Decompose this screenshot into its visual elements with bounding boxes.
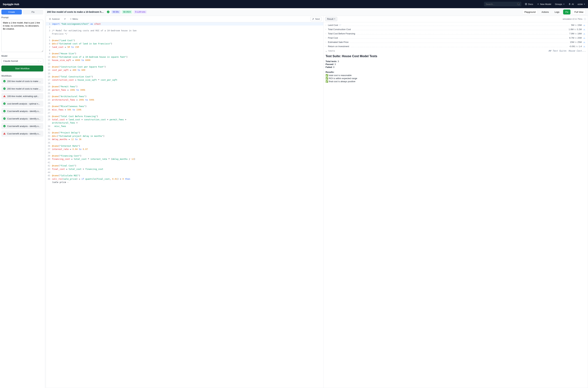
result-dropdown[interactable]: Result ▼ [325,17,337,21]
code-line[interactable]: 5@name("Land Cost") [46,39,323,42]
search-box[interactable] [484,2,521,6]
nav-new-model[interactable]: New Model [537,3,551,5]
nav-docs[interactable]: Docs [525,3,533,5]
code-content: @name("Architectural Fees") [52,95,88,98]
code-line[interactable]: 1import "hub:ozziegooen/sTest" as sTest [46,22,323,25]
code-line[interactable]: 38 [46,151,323,154]
code-line[interactable]: 19@name("Permit Fees") [46,85,323,88]
fix-button[interactable]: Fix [563,10,570,14]
code-line[interactable]: 31 [46,128,323,131]
code-line[interactable]: 6@doc("Estimated cost of land in San Fra… [46,42,323,45]
nav-user[interactable]: ozzie▼ [578,3,585,5]
code-line[interactable]: 39@name("Financing Cost") [46,154,323,157]
list-icon [64,18,66,20]
code-line[interactable]: 28@name("Total Cost Before Financing") [46,115,323,118]
code-line[interactable]: 33@doc("Estimated project delay in month… [46,134,323,138]
code-line[interactable]: 24 [46,101,323,105]
code-content: @name("Miscellaneous Fees") [52,105,88,108]
code-line[interactable]: 42@name("Final Cost") [46,164,323,167]
logs-button[interactable]: Logs [553,10,561,14]
result-value: 15Mto25M [570,41,582,43]
result-row[interactable]: ›Total Cost Before Financing7.9Mto18M [325,31,586,36]
code-line[interactable]: 7land_cost = 5M to 15M [46,46,323,49]
code-line[interactable]: 14cost_per_sqft = 400 to 600 [46,68,323,72]
code-line[interactable]: 20permit_fees = 100k to 300k [46,88,323,92]
code-content: land_cost = 5M to 15M [52,46,80,49]
result-row[interactable]: ›Final Cost8.7Mto20M [325,36,586,40]
check-icon: ✅ [325,74,328,76]
actions-button[interactable]: Actions [539,10,551,14]
playground-button[interactable]: Playground [522,10,538,14]
nav-groups[interactable]: Groups▼ [555,3,565,5]
fix-tab[interactable]: Fix [23,10,43,14]
code-line[interactable]: 3/* Model for estimating costs and ROI o… [46,29,323,32]
code-content: permit_fees = 100k to 300k [52,88,87,92]
code-line[interactable]: 37interest_rate = 0.04 to 0.07 [46,147,323,151]
workflow-item[interactable]: 200 line model of costs to make ... [1,86,43,92]
check-icon: ✅ [325,80,328,83]
code-editor[interactable]: 1import "hub:ozziegooen/sTest" as sTest2… [46,22,323,388]
code-line[interactable]: 27 [46,111,323,115]
code-line[interactable]: 21 [46,92,323,95]
autorun-button[interactable]: Autorun [48,17,61,21]
code-line[interactable]: 4 [46,36,323,39]
code-line[interactable]: 12 [46,62,323,65]
workflow-item[interactable]: 200 line model of costs to make ... [1,78,43,84]
format-button[interactable] [62,17,67,21]
start-workflow-button[interactable]: Start Workflow [1,66,43,72]
code-line[interactable]: 41 [46,161,323,164]
code-line[interactable]: 44 [46,171,323,174]
nav-ai[interactable]: AI [568,3,574,5]
brand[interactable]: Squiggle Hub [3,3,19,6]
code-line[interactable]: 13@name("Construction Cost per Square Fo… [46,65,323,68]
code-content: @doc("Estimated project delay in months"… [52,134,106,138]
next-button[interactable]: Next [310,17,322,21]
code-line[interactable]: Francisco */ [46,32,323,35]
workflow-item[interactable]: 100-line model, estimating opti... [1,93,43,99]
code-line[interactable]: 15 [46,72,323,75]
workflow-item[interactable]: cost-benefit analysis - optimal n... [1,100,43,107]
search-input[interactable] [486,3,517,5]
code-line[interactable]: 32@name("Project Delay") [46,131,323,134]
workflow-item[interactable]: Cost-benefit analysis - identify o... [1,123,43,129]
code-line[interactable]: 34delay_months = 12 to 36 [46,138,323,141]
code-line[interactable]: 2 [46,25,323,29]
tests-row[interactable]: ⌄ tests ## Test Suite: House Cost... [325,48,586,53]
code-line[interactable]: (sale price - [46,181,323,184]
code-line[interactable]: 22@name("Architectural Fees") [46,95,323,98]
code-line[interactable]: 9@name("House Size") [46,52,323,55]
code-line[interactable]: 26misc_fees = 50k to 150k [46,108,323,111]
create-tab[interactable]: Create [1,10,22,14]
result-row[interactable]: ›Land Cost5Mto15M [325,23,586,27]
line-number: 16 [46,75,52,78]
code-content [52,171,54,174]
code-line[interactable]: 23architectural_fees = 200k to 500k [46,98,323,101]
code-line[interactable]: architectural_fees + [46,121,323,124]
code-line[interactable]: 43final_cost = total_cost + financing_co… [46,168,323,171]
workflow-item[interactable]: Cost-benefit analysis - identify o... [1,108,43,114]
code-line[interactable]: 30 misc_fees [46,124,323,128]
workflow-item[interactable]: Cost-benefit analysis - identify o... [1,130,43,137]
code-line[interactable]: 18 [46,82,323,85]
code-line[interactable]: 25@name("Miscellaneous Fees") [46,105,323,108]
result-row[interactable]: ›Return on Investment-0.091to1.4 [325,44,586,48]
result-value: 1.8Mto3.2M [569,28,582,31]
code-line[interactable]: 8 [46,49,323,52]
code-line[interactable]: 35 [46,141,323,144]
result-row[interactable]: ›Estimated Sale Price15Mto25M [325,40,586,44]
code-line[interactable]: 16@name("Total Construction Cost") [46,75,323,78]
code-line[interactable]: 29total_cost = land_cost + construction_… [46,118,323,121]
code-line[interactable]: 10@doc("Estimated size of a 10-bedroom h… [46,55,323,59]
full-view-button[interactable]: Full View [572,10,586,14]
code-line[interactable]: 45@name("Calculate ROI") [46,174,323,177]
code-line[interactable]: 11house_size_sqft = 4000 to 6000 [46,59,323,62]
code-line[interactable]: 36@name("Interest Rate") [46,144,323,147]
code-line[interactable]: 17construction_cost = house_size_sqft * … [46,78,323,81]
code-line[interactable]: 46calc_roi(sale_price) = if quantile(fin… [46,177,323,181]
menu-button[interactable]: ▼ Menu [69,17,79,21]
model-select[interactable]: Claude-Sonnet ⌄ [1,58,43,64]
result-row[interactable]: ›Total Construction Cost1.8Mto3.2M [325,27,586,31]
code-line[interactable]: 40financing_cost = total_cost * interest… [46,157,323,161]
workflow-item[interactable]: Cost-benefit analysis - identify o... [1,116,43,122]
prompt-input[interactable] [1,20,43,52]
